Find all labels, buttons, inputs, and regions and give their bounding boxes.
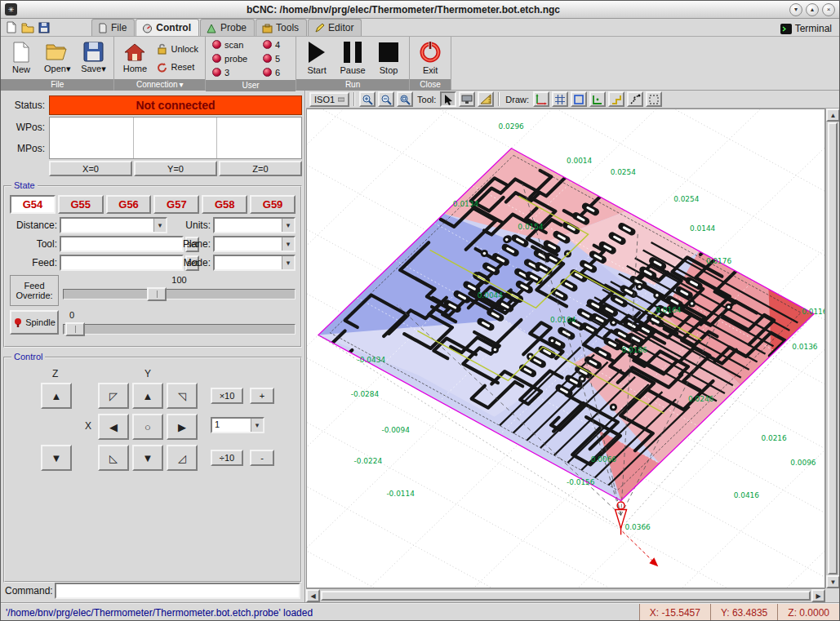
jog-x-plus-button[interactable]: ▶ xyxy=(167,414,198,440)
step-div10-button[interactable]: ÷10 xyxy=(211,450,243,466)
unlock-button[interactable]: Unlock xyxy=(153,42,202,56)
jog-z-minus-button[interactable]: ▼ xyxy=(41,445,72,471)
scroll-right-icon[interactable]: ▶ xyxy=(811,589,825,602)
gantry-tool-button[interactable] xyxy=(459,91,475,107)
jog-y-minus-button[interactable]: ▼ xyxy=(132,445,163,471)
draw-axes-button[interactable] xyxy=(533,91,549,107)
reset-button-label: Reset xyxy=(171,62,194,72)
wcs-g55-button[interactable]: G55 xyxy=(58,195,104,214)
chevron-down-icon[interactable]: ▾ xyxy=(251,419,263,432)
units-select[interactable]: ▾ xyxy=(213,217,296,233)
save-button[interactable]: Save▾ xyxy=(76,38,110,78)
wcs-g57-button[interactable]: G57 xyxy=(153,195,199,214)
new-button[interactable]: New xyxy=(4,38,38,78)
step-mul10-button[interactable]: ×10 xyxy=(211,388,243,404)
jog-y-plus-button[interactable]: ▲ xyxy=(132,383,163,409)
zero-x-button[interactable]: X=0 xyxy=(49,161,132,176)
connection-status[interactable]: Not connected xyxy=(49,95,302,115)
zoom-out-button[interactable] xyxy=(378,91,394,107)
spindle-toggle[interactable]: Spindle xyxy=(10,310,59,335)
slider-handle[interactable] xyxy=(65,322,85,336)
reset-button[interactable]: Reset xyxy=(153,60,202,74)
feed-override-slider[interactable] xyxy=(63,289,296,299)
draw-grid-button[interactable] xyxy=(552,91,568,107)
tool-input[interactable] xyxy=(60,236,184,252)
open-file-icon[interactable] xyxy=(20,20,36,35)
tab-editor[interactable]: Editor xyxy=(308,19,362,36)
window-minimize-button[interactable]: ▾ xyxy=(789,3,802,16)
new-file-icon[interactable] xyxy=(3,20,20,35)
chevron-down-icon[interactable]: ▾ xyxy=(282,219,294,232)
chevron-down-icon[interactable]: ▾ xyxy=(282,256,294,269)
user-button-5[interactable]: 5 xyxy=(260,52,292,65)
jog-z-plus-button[interactable]: ▲ xyxy=(41,383,72,409)
svg-text:-0.0094: -0.0094 xyxy=(381,426,410,434)
plane-select[interactable]: ▾ xyxy=(213,236,296,252)
scroll-up-icon[interactable]: ▲ xyxy=(826,109,840,122)
zero-y-button[interactable]: Y=0 xyxy=(134,161,217,176)
terminal-label[interactable]: Terminal xyxy=(795,23,832,34)
mode-select[interactable]: ▾ xyxy=(213,255,296,271)
feed-input[interactable] xyxy=(60,255,184,271)
spindle-slider[interactable] xyxy=(63,324,296,335)
user-button-4[interactable]: 4 xyxy=(260,38,292,51)
step-minus-button[interactable]: - xyxy=(250,450,274,466)
ruler-tool-button[interactable] xyxy=(478,91,494,107)
scroll-down-icon[interactable]: ▼ xyxy=(826,575,840,588)
tab-control[interactable]: Control xyxy=(136,19,199,36)
step-size-select[interactable]: 1▾ xyxy=(211,417,264,433)
zoom-fit-button[interactable] xyxy=(397,91,413,107)
jog-xy-sw-button[interactable]: ◺ xyxy=(98,445,129,471)
save-file-icon[interactable] xyxy=(36,20,52,35)
view-select[interactable]: ISO1 xyxy=(309,92,349,107)
tab-probe[interactable]: Probe xyxy=(200,19,255,36)
command-input[interactable] xyxy=(55,583,300,599)
jog-x-minus-button[interactable]: ◀ xyxy=(98,414,129,440)
vertical-scroll-thumb[interactable] xyxy=(828,122,838,574)
wcs-g54-button[interactable]: G54 xyxy=(10,195,56,214)
gcode-canvas[interactable]: 0.02960.00140.02540.02540.01440.01760.01… xyxy=(307,109,824,588)
jog-xy-se-button[interactable]: ◿ xyxy=(167,445,198,471)
wcs-g56-button[interactable]: G56 xyxy=(106,195,152,214)
wcs-g59-button[interactable]: G59 xyxy=(250,195,296,214)
step-plus-button[interactable]: + xyxy=(250,388,274,404)
user-button-probe[interactable]: probe xyxy=(209,52,260,65)
jog-xy-ne-button[interactable]: ◹ xyxy=(167,383,198,409)
wcs-g58-button[interactable]: G58 xyxy=(202,195,247,214)
draw-probe-button[interactable] xyxy=(589,91,606,107)
scroll-left-icon[interactable]: ◀ xyxy=(306,589,320,602)
tab-tools[interactable]: Tools xyxy=(256,19,307,36)
exit-button[interactable]: Exit xyxy=(413,38,447,78)
tab-file-icon xyxy=(98,23,108,33)
user-button-scan[interactable]: scan xyxy=(209,38,260,51)
draw-rapid-button[interactable] xyxy=(627,91,643,107)
chevron-down-icon[interactable]: ▾ xyxy=(153,219,166,232)
stop-button[interactable]: Stop xyxy=(371,38,406,78)
slider-handle[interactable] xyxy=(147,287,167,301)
user-button-6[interactable]: 6 xyxy=(260,66,292,79)
select-tool-button[interactable] xyxy=(440,91,456,107)
vertical-scrollbar[interactable]: ▲ ▼ xyxy=(825,109,839,588)
draw-paths-button[interactable] xyxy=(608,91,624,107)
jog-xy-nw-button[interactable]: ◸ xyxy=(98,383,129,409)
pause-button[interactable]: Pause xyxy=(336,38,370,78)
window-maximize-button[interactable]: ▴ xyxy=(806,3,819,16)
zero-z-button[interactable]: Z=0 xyxy=(219,161,302,176)
home-button[interactable]: Home xyxy=(118,38,152,78)
draw-margin-button[interactable] xyxy=(571,91,587,107)
zoom-in-button[interactable] xyxy=(359,91,376,107)
spindle-value: 0 xyxy=(63,310,296,322)
distance-select[interactable]: ▾ xyxy=(60,217,167,233)
chevron-down-icon[interactable]: ▾ xyxy=(282,237,294,251)
position-display xyxy=(49,117,302,159)
draw-workarea-button[interactable] xyxy=(646,91,662,107)
window-close-button[interactable]: × xyxy=(822,3,835,16)
open-button[interactable]: Open▾ xyxy=(40,38,74,78)
horizontal-scroll-thumb[interactable] xyxy=(321,591,811,601)
jog-origin-button[interactable]: ○ xyxy=(132,414,163,440)
tab-file[interactable]: File xyxy=(91,19,135,36)
horizontal-scrollbar[interactable]: ◀ ▶ xyxy=(306,588,825,602)
save-button-label: Save xyxy=(81,64,101,73)
user-button-3[interactable]: 3 xyxy=(209,66,260,79)
start-button[interactable]: Start xyxy=(300,38,334,78)
